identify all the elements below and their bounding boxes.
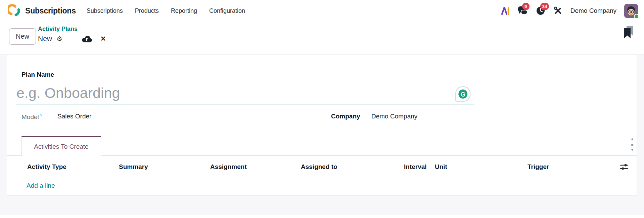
menu-subscriptions[interactable]: Subscriptions (87, 7, 123, 14)
company-label: Company (331, 113, 360, 120)
app-logo-icon[interactable] (8, 4, 21, 17)
model-value[interactable]: Sales Order (57, 113, 91, 120)
svg-text:G: G (460, 91, 465, 98)
optional-columns-icon[interactable] (619, 162, 629, 171)
notebook-tabbar: Activities To Create (7, 136, 637, 156)
discard-icon[interactable]: ✕ (100, 35, 106, 43)
online-status-dot (634, 14, 639, 19)
activities-table-header: Activity Type Summary Assignment Assigne… (7, 156, 637, 175)
column-header-assignment: Assignment (210, 163, 247, 171)
column-header-assigned-to: Assigned to (301, 163, 337, 171)
app-title: Subscriptions (25, 6, 76, 15)
plan-name-label: Plan Name (21, 71, 54, 78)
activities-badge: 34 (540, 3, 549, 10)
nav-menu: Subscriptions Products Reporting Configu… (87, 7, 245, 14)
scroll-up-icon: ▲ (628, 137, 637, 142)
breadcrumb: Activity Plans New ⚙ ✕ (38, 25, 106, 44)
menu-reporting[interactable]: Reporting (171, 7, 197, 14)
tools-icon[interactable] (553, 6, 563, 15)
control-panel: New Activity Plans New ⚙ ✕ (0, 22, 644, 55)
menu-products[interactable]: Products (135, 7, 159, 14)
app-window: Subscriptions Subscriptions Products Rep… (0, 0, 644, 218)
messages-badge: 9 (522, 3, 530, 10)
plan-name-input[interactable] (16, 82, 474, 105)
navbar: Subscriptions Subscriptions Products Rep… (0, 0, 644, 22)
tab-activities-to-create[interactable]: Activities To Create (21, 136, 101, 156)
company-switcher[interactable]: Demo Company (570, 7, 616, 14)
scroll-dot-icon: ● (628, 142, 637, 147)
column-header-activity-type: Activity Type (27, 163, 66, 171)
model-label: Model? (21, 113, 42, 121)
column-header-trigger: Trigger (527, 163, 549, 171)
add-a-line-link[interactable]: Add a line (27, 182, 55, 189)
form-sheet: Plan Name G Model? Sales Order Company D… (7, 55, 637, 195)
navbar-left: Subscriptions Subscriptions Products Rep… (8, 0, 245, 22)
save-cloud-icon[interactable] (82, 35, 92, 43)
new-button[interactable]: New (9, 28, 36, 45)
grammarly-icon[interactable]: G (454, 85, 471, 103)
footer-strip (0, 215, 644, 218)
activities-clock-icon[interactable]: 34 (536, 6, 546, 16)
ai-extension-icon[interactable] (500, 6, 510, 16)
column-header-interval: Interval (404, 163, 427, 171)
column-header-summary: Summary (119, 163, 148, 171)
gear-icon[interactable]: ⚙ (56, 35, 62, 42)
messages-icon[interactable]: 9 (517, 6, 528, 16)
column-header-unit: Unit (435, 163, 447, 171)
breadcrumb-current: New (38, 35, 52, 43)
scroll-down-icon: ▼ (628, 147, 637, 152)
breadcrumb-current-row: New ⚙ ✕ (38, 34, 106, 44)
company-value[interactable]: Demo Company (371, 113, 417, 120)
menu-configuration[interactable]: Configuration (209, 7, 245, 14)
navbar-right: 9 34 Demo Company (500, 0, 638, 22)
bookmark-icon[interactable] (623, 26, 634, 40)
breadcrumb-activity-plans-link[interactable]: Activity Plans (38, 25, 106, 33)
user-avatar[interactable] (624, 4, 638, 18)
autoscroll-indicator: ▲ ● ▼ (628, 137, 637, 152)
header: Subscriptions Subscriptions Products Rep… (0, 0, 644, 55)
content-area: Plan Name G Model? Sales Order Company D… (0, 55, 644, 218)
model-help-icon[interactable]: ? (40, 113, 42, 118)
